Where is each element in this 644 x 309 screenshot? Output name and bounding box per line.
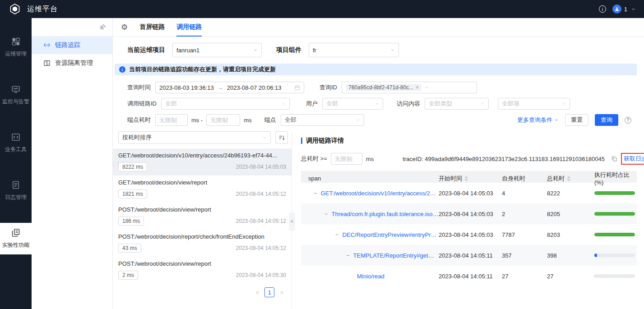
col-self-cost: 自身耗时: [502, 175, 547, 183]
time-end: 2023-08-07 20:06:13: [227, 84, 282, 91]
span-row: Minio/read 2023-08-04 14:05:11 27 27: [301, 266, 637, 286]
nav-rail: 运维管理 监控与告警 业务工具 日志管理 实验性功能: [0, 18, 32, 309]
user-avatar[interactable]: [612, 5, 621, 14]
collapse-detail-button[interactable]: <: [289, 212, 295, 231]
help-icon[interactable]: ?: [625, 117, 631, 124]
total-cost: 398: [547, 252, 594, 259]
trace-list-item[interactable]: GET:/webroot/decision/v10/entry/access/2…: [113, 148, 292, 175]
sort-carets-icon[interactable]: [464, 176, 468, 181]
collapse-node-icon[interactable]: −: [314, 190, 317, 197]
collapse-node-icon[interactable]: −: [335, 231, 339, 238]
duration-badge: 43 ms: [118, 244, 141, 253]
col-total-cost[interactable]: 总耗时: [547, 175, 594, 183]
access-type-select[interactable]: 全部类型: [425, 98, 489, 110]
time-range-picker[interactable]: 2023-08-03 19:36:13 → 2023-08-07 20:06:1…: [155, 82, 304, 93]
rail-item-log-management[interactable]: 日志管理: [0, 175, 32, 207]
endpoint-cost-max-input[interactable]: [206, 114, 240, 126]
log-icon: [11, 180, 20, 189]
span-table: span 开始时间 自身耗时 总耗时 执行耗时占比(%): [301, 171, 637, 286]
page-number[interactable]: 1: [264, 287, 274, 297]
span-link[interactable]: Minio/read: [357, 273, 385, 280]
reset-button[interactable]: 重置: [565, 114, 588, 126]
span-row: − DEC/ReportEntryPreview#entryPreview 20…: [301, 224, 637, 245]
user-select[interactable]: 全部: [322, 98, 383, 110]
sidebar: 链路追踪 资源隔离管理: [32, 18, 113, 309]
code-icon: [11, 133, 20, 142]
topbar: 运维平台 i 1: [0, 0, 644, 18]
query-id-select[interactable]: 760a95cd-8bf2-471d-80c... ×: [342, 82, 477, 93]
panel-resize-handle[interactable]: ⋮⋮: [110, 161, 120, 167]
tab-call-trace[interactable]: 调用链路: [176, 18, 202, 36]
collapse-node-icon[interactable]: −: [324, 211, 328, 217]
chevron-down-icon: [390, 48, 395, 52]
access-item-select[interactable]: 全部项: [498, 98, 570, 110]
endpoint-select[interactable]: 全部: [281, 114, 364, 126]
trace-list-item[interactable]: POST:/webroot/decision/view/report 186 m…: [113, 203, 292, 230]
exec-pct-bar: [594, 233, 635, 236]
time-start: 2023-08-03 19:36:13: [159, 84, 214, 91]
more-conditions-link[interactable]: 更多查询条件: [517, 116, 559, 124]
sidebar-item-trace[interactable]: 链路追踪: [32, 36, 112, 54]
total-cost: 27: [547, 273, 594, 280]
sort-carets-icon[interactable]: [567, 176, 570, 181]
start-time: 2023-08-04 14:05:11: [439, 252, 502, 259]
exec-pct-bar: [594, 254, 635, 257]
tab-first-screen[interactable]: 首屏链路: [139, 18, 165, 36]
time-label: 查询时间: [127, 83, 151, 92]
search-button[interactable]: 查询: [595, 114, 618, 126]
span-row: − Thread/com.fr.plugin.fault.tolerance.i…: [301, 203, 637, 224]
gear-icon[interactable]: ⚙: [121, 23, 128, 31]
sidebar-item-resource-isolation[interactable]: 资源隔离管理: [32, 54, 112, 72]
trace-list-item[interactable]: GET:/webroot/decision/view/report 1821 m…: [113, 175, 292, 203]
span-table-header: span 开始时间 自身耗时 总耗时 执行耗时占比(%): [301, 171, 637, 183]
chevron-down-icon: [262, 135, 267, 140]
endpoint-cost-min-input[interactable]: [155, 114, 188, 126]
sort-select[interactable]: 按耗时排序: [118, 131, 271, 144]
span-link[interactable]: GET:/webroot/decision/v10/entry/access/2…: [321, 190, 439, 197]
chevron-down-icon: [554, 118, 559, 122]
rail-item-experimental[interactable]: 实验性功能: [0, 223, 32, 254]
trace-id-select[interactable]: 全部: [161, 98, 290, 110]
trace-detail-panel: < 调用链路详情 总耗时 >= ms traceID: 499ada9d6f94…: [292, 131, 644, 309]
dashboard-icon: [11, 37, 20, 46]
total-cost: 8222: [547, 190, 594, 197]
copy-icon[interactable]: [611, 156, 617, 162]
collapse-node-icon[interactable]: −: [346, 252, 350, 259]
chevron-down-icon: [375, 101, 379, 106]
clear-icon[interactable]: ×: [416, 85, 419, 90]
chevron-down-icon[interactable]: [631, 7, 636, 12]
total-cost-input[interactable]: [331, 153, 362, 165]
ms-label: ms: [244, 117, 251, 124]
rail-item-business-tools[interactable]: 业务工具: [0, 127, 32, 159]
total-cost: 8205: [547, 211, 594, 217]
rail-item-monitor-alert[interactable]: 监控与告警: [0, 79, 32, 111]
col-start-time[interactable]: 开始时间: [439, 175, 502, 183]
app-logo-icon: [9, 3, 21, 15]
span-link[interactable]: Thread/com.fr.plugin.fault.tolerance.iso…: [332, 211, 439, 217]
ms-dash-label: ms -: [191, 117, 203, 124]
component-select[interactable]: fr: [309, 43, 399, 57]
project-select[interactable]: fanruan1: [172, 43, 262, 57]
info-icon[interactable]: i: [599, 5, 606, 13]
next-page-icon[interactable]: >: [280, 289, 283, 296]
pin-icon[interactable]: [99, 23, 106, 31]
chevron-down-icon: [281, 101, 286, 106]
banner-text: 当前项目的链路追踪功能存在更新，请重启项目完成更新: [129, 65, 276, 74]
span-link[interactable]: TEMPLATE/ReportEntry#getWorkBook...: [353, 252, 439, 259]
sort-order-button[interactable]: [275, 131, 288, 144]
get-log-button[interactable]: 获取日志: [621, 153, 644, 165]
col-exec-pct: 执行耗时占比(%): [594, 171, 637, 186]
trace-list-item[interactable]: POST:/webroot/decision/report/check/fron…: [113, 230, 292, 257]
start-time: 2023-08-04 14:05:03: [439, 190, 502, 197]
rail-item-ops-management[interactable]: 运维管理: [0, 32, 32, 63]
duration-badge: 2 ms: [118, 271, 138, 280]
chevron-down-icon: [480, 101, 485, 106]
prev-page-icon[interactable]: <: [256, 289, 259, 296]
user-count: 1: [624, 6, 627, 13]
arrow-right-icon: →: [218, 84, 223, 91]
self-cost: 7787: [502, 231, 547, 238]
duration-badge: 8222 ms: [118, 162, 147, 171]
trace-list-item[interactable]: POST:/webroot/decision/view/report 2 ms …: [113, 257, 292, 284]
ms-label: ms: [366, 156, 374, 162]
span-link[interactable]: DEC/ReportEntryPreview#entryPreview: [343, 231, 439, 238]
